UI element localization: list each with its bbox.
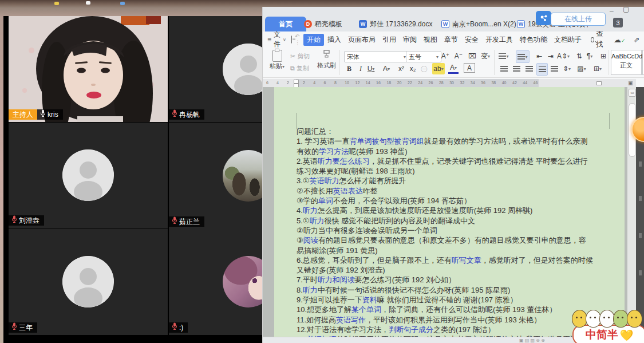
doc-link-text[interactable]: 听力 — [310, 216, 325, 225]
undo-redo-icons[interactable]: ↶ ⋮ — [295, 33, 301, 46]
bullets-button[interactable]: ▾ — [499, 50, 509, 62]
character-border-button[interactable]: A — [464, 63, 475, 73]
doc-link-text[interactable]: 听写文章 — [452, 256, 481, 265]
menu-item-安全[interactable]: 安全 — [461, 34, 482, 46]
font-color-button[interactable]: A▾ — [448, 63, 459, 74]
indent-marker[interactable] — [294, 80, 299, 84]
avatar — [62, 149, 114, 201]
online-upload-icon[interactable] — [536, 11, 551, 25]
status-bar-icons[interactable]: ▣ ▤ ▥ ⊖ ⊕ — [519, 338, 545, 343]
align-right-button[interactable] — [524, 63, 534, 74]
doc-link-text[interactable]: 资料 — [362, 295, 377, 304]
menu-item-审阅[interactable]: 审阅 — [400, 34, 420, 46]
participant-tile[interactable]: 三年 — [9, 228, 168, 335]
minimize-button[interactable]: – — [610, 7, 614, 15]
share-icon[interactable]: ⇗ — [633, 36, 639, 44]
doc-link-text[interactable]: 听力和阅读 — [318, 275, 355, 284]
align-center-button[interactable] — [511, 63, 521, 74]
doc-link-text[interactable]: 单词 — [318, 196, 333, 205]
underline-button[interactable]: U▾ — [366, 63, 376, 74]
wps-tab-3[interactable]: W郑佳 17133629.docx — [354, 17, 444, 31]
wps-tab-4[interactable]: W南京+Boom...en X(2) — [437, 17, 520, 31]
tab-label: 稻壳模板 — [315, 19, 342, 29]
doc-link-text[interactable]: 听力 — [303, 286, 318, 294]
cut-button[interactable]: ✂ 剪切 — [290, 52, 310, 61]
show-marks-button[interactable]: ¶▾ — [584, 50, 595, 62]
text-effect-button[interactable]: 变▾ — [480, 50, 491, 62]
menu-item-视图[interactable]: 视图 — [420, 34, 441, 46]
find-button[interactable]: 查找 — [591, 30, 605, 49]
maximize-button[interactable]: ▢ — [623, 7, 629, 13]
align-left-button[interactable] — [499, 63, 509, 74]
character-scale-button[interactable]: A⇕▾ — [557, 50, 570, 62]
sort-button[interactable]: ⇅ — [574, 50, 584, 62]
bold-button[interactable]: B — [344, 63, 354, 74]
participant-tile[interactable]: 冉杨帆 — [169, 16, 262, 122]
wps-tab-2[interactable]: D稻壳模板 — [299, 17, 361, 31]
borders-button[interactable]: ⊞▾ — [592, 63, 603, 74]
doc-line: 又错好多(英师 192 刘澄垚) — [297, 265, 610, 275]
font-size-select[interactable]: 五号▾ — [406, 51, 441, 62]
upload-tooltip: 在线上传 — [551, 13, 606, 26]
tab-list-button[interactable]: 3 — [613, 18, 623, 27]
doc-link-text[interactable]: 学习方法 — [319, 147, 349, 156]
page-button[interactable]: ▭ — [629, 89, 636, 97]
menu-item-文档助手[interactable]: 文档助手 — [551, 34, 585, 46]
menu-item-引用[interactable]: 引用 — [379, 34, 400, 46]
participant-tile[interactable]: 茹正兰 — [169, 123, 262, 229]
doc-link-text[interactable]: 背单词被句型被背词组 — [349, 137, 424, 145]
participant-tile[interactable]: :) — [169, 228, 262, 335]
doc-link-text[interactable]: 英语写作 — [336, 316, 366, 324]
decrease-indent-button[interactable]: ⇤ — [534, 50, 544, 62]
distribute-button[interactable] — [549, 63, 559, 74]
document-page[interactable]: 问题汇总：1. 学习英语一直背单词被句型被背词组就是最有效的学习方法吗，或者说平… — [274, 87, 625, 337]
doc-link-text[interactable]: 某个单词 — [351, 305, 381, 314]
insert-table-icon[interactable]: ⊞ — [598, 50, 609, 62]
doc-link-text[interactable]: 阅读 — [303, 236, 318, 245]
participant-name: 茹正兰 — [179, 216, 200, 227]
highlight-color-button[interactable]: ab▾ — [432, 63, 445, 74]
increase-indent-button[interactable]: ⇥ — [546, 50, 556, 62]
document-text[interactable]: 问题汇总：1. 学习英语一直背单词被句型被背词组就是最有效的学习方法吗，或者说平… — [297, 127, 610, 343]
line-spacing-button[interactable]: ⇕▾ — [562, 63, 572, 74]
menu-item-特色功能[interactable]: 特色功能 — [516, 34, 551, 46]
strikethrough-button[interactable]: A▾ — [381, 63, 392, 74]
save-icon[interactable] — [291, 36, 292, 44]
participant-tile[interactable]: 主持人kris — [9, 16, 168, 122]
menu-item-开始[interactable]: 开始 — [303, 34, 324, 46]
cloud-sync-icon[interactable]: ☁✓ — [614, 36, 626, 44]
paste-button[interactable]: 粘贴▾ — [270, 50, 285, 70]
doc-link-text[interactable]: 听力 — [303, 206, 318, 215]
right-indent-marker[interactable] — [596, 81, 602, 85]
style-gallery-item[interactable]: AaBbCcDd 正文 — [611, 50, 642, 75]
menu-item-页面布局[interactable]: 页面布局 — [345, 34, 379, 46]
menu-item-开发工具[interactable]: 开发工具 — [482, 34, 516, 46]
doc-link-text[interactable]: 听力要怎么练习 — [318, 157, 370, 165]
menu-item-章节[interactable]: 章节 — [441, 34, 461, 46]
participant-tile[interactable]: 刘澄垚 — [9, 123, 168, 228]
doc-line: 2.英语听力要怎么练习，就是抓不住重点，记录关键字词也很难记得清楚 平时要怎么进… — [297, 156, 610, 166]
shading-button[interactable]: ▨▾ — [576, 63, 587, 74]
clear-format-button[interactable]: ⌧ — [467, 50, 477, 62]
format-painter-button[interactable]: 格式刷 — [317, 50, 336, 70]
doc-link-text[interactable]: 判断句子成分 — [389, 325, 433, 334]
doc-text: ，除了词典，还有什么可以借助呢(英师 193 董佳林） — [381, 305, 556, 314]
shrink-font-button[interactable]: A⁻ — [453, 50, 464, 62]
file-menu-button[interactable]: ≡ 文件 ∨ — [263, 30, 291, 49]
grow-font-button[interactable]: A⁺ — [440, 50, 451, 62]
superscript-button[interactable]: x² — [396, 63, 406, 74]
page-setup-icon[interactable]: ▣ — [628, 80, 633, 86]
menu-item-插入[interactable]: 插入 — [324, 34, 345, 46]
doc-link-text[interactable]: 英语表达 — [333, 187, 363, 195]
doc-link-text[interactable]: 英语听力 — [310, 176, 339, 185]
phonetic-guide-button[interactable]: ㊀ — [419, 63, 429, 74]
font-name-select[interactable]: 宋体▾ — [344, 51, 409, 62]
justify-button[interactable] — [536, 63, 548, 76]
numbering-button[interactable]: ▾ — [516, 50, 530, 63]
italic-button[interactable]: I — [355, 63, 366, 74]
doc-line: 易搞糊涂(英师 191 黄思) — [297, 246, 610, 255]
word-doc-icon: W — [517, 20, 525, 28]
hamburger-icon: ≡ — [267, 36, 271, 44]
subscript-button[interactable]: x₂ — [408, 63, 418, 74]
copy-button[interactable]: ⧉ 复制 — [290, 64, 309, 73]
